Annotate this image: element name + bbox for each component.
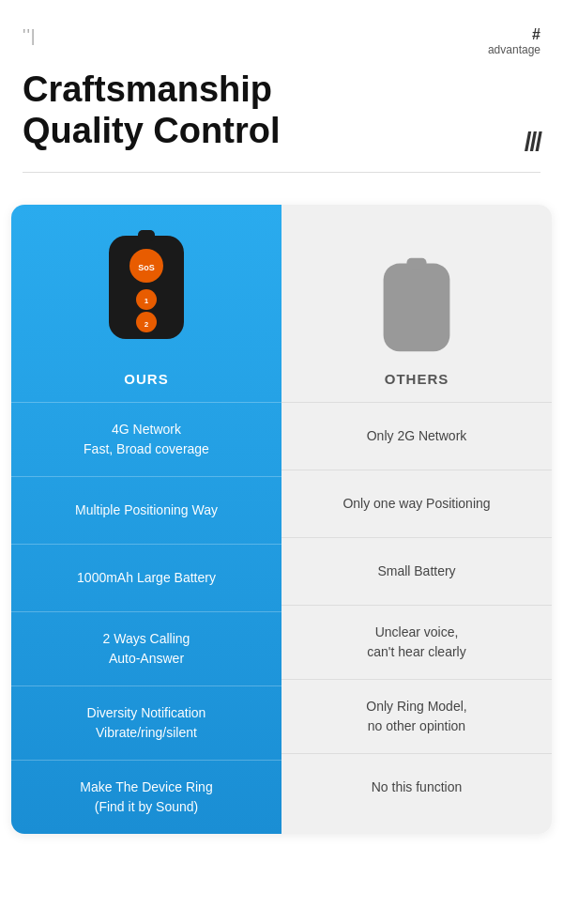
others-row-2: Small Battery <box>282 537 552 605</box>
page-wrapper: ''| # advantage Craftsmanship Quality Co… <box>0 0 563 856</box>
svg-text:1: 1 <box>145 297 149 305</box>
ours-label: OURS <box>124 371 168 387</box>
header-area: ''| # advantage Craftsmanship Quality Co… <box>0 0 563 190</box>
svg-rect-1 <box>138 230 155 241</box>
header-divider <box>23 172 540 173</box>
others-label: OTHERS <box>385 371 449 387</box>
header-top: ''| # advantage <box>23 26 540 56</box>
others-product-image <box>374 254 459 358</box>
svg-rect-8 <box>384 264 450 352</box>
quote-mark-icon: ''| <box>23 26 37 46</box>
col-ours: SoS 1 2 OURS 4G NetworkFast, Broad cover… <box>11 205 282 834</box>
ours-row-4: Diversity NotificationVibrate/ring/silen… <box>11 685 282 760</box>
ours-row-1: Multiple Positioning Way <box>11 476 282 544</box>
slash-decoration-icon: /// <box>525 127 540 157</box>
title-row: Craftsmanship Quality Control /// <box>23 69 540 161</box>
svg-text:2: 2 <box>145 320 149 329</box>
others-row-5: No this function <box>282 753 552 821</box>
others-row-4: Only Ring Model,no other opintion <box>282 679 552 753</box>
others-row-1: Only one way Positioning <box>282 470 552 537</box>
svg-rect-9 <box>406 258 426 269</box>
ours-product-image: SoS 1 2 <box>95 226 198 358</box>
others-row-0: Only 2G Network <box>282 402 552 470</box>
others-header: OTHERS <box>282 205 552 402</box>
ours-header: SoS 1 2 OURS <box>11 205 282 402</box>
page-title: Craftsmanship Quality Control <box>23 69 280 151</box>
ours-row-0: 4G NetworkFast, Broad coverage <box>11 402 282 476</box>
ours-row-5: Make The Device Ring(Find it by Sound) <box>11 760 282 834</box>
svg-text:SoS: SoS <box>138 263 155 272</box>
hashtag-symbol: # <box>532 26 540 42</box>
comparison-table: SoS 1 2 OURS 4G NetworkFast, Broad cover… <box>11 205 552 834</box>
main-title-block: Craftsmanship Quality Control <box>23 69 280 161</box>
advantage-label: advantage <box>488 43 540 56</box>
col-others: OTHERS Only 2G Network Only one way Posi… <box>282 205 552 834</box>
comparison-wrapper: SoS 1 2 OURS 4G NetworkFast, Broad cover… <box>0 190 563 856</box>
ours-row-2: 1000mAh Large Battery <box>11 544 282 611</box>
ours-row-3: 2 Ways CallingAuto-Answer <box>11 611 282 685</box>
hashtag-area: # advantage <box>488 26 540 56</box>
others-row-3: Unclear voice,can't hear clearly <box>282 605 552 679</box>
